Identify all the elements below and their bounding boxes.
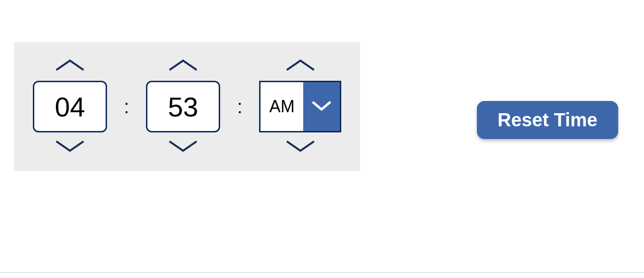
reset-time-button[interactable]: Reset Time [477, 101, 618, 139]
ampm-spinner: AM [259, 56, 341, 157]
hours-increment-button[interactable] [49, 56, 91, 75]
chevron-down-icon [167, 139, 199, 155]
minutes-decrement-button[interactable] [162, 138, 204, 157]
ampm-decrement-button[interactable] [279, 138, 322, 157]
horizontal-divider [0, 272, 644, 273]
chevron-up-icon [54, 58, 86, 74]
ampm-value: AM [261, 82, 303, 131]
chevron-up-icon [167, 58, 199, 74]
ampm-select[interactable]: AM [259, 81, 341, 132]
hours-value: 04 [55, 91, 85, 123]
minutes-increment-button[interactable] [162, 56, 204, 75]
chevron-up-icon [284, 58, 317, 74]
chevron-down-icon [311, 99, 332, 114]
minutes-value: 53 [168, 91, 199, 123]
hours-spinner: 04 [33, 56, 107, 157]
time-separator: : [220, 96, 259, 117]
minutes-spinner: 53 [146, 56, 220, 157]
chevron-down-icon [54, 139, 86, 155]
time-picker: 04 : 53 : [14, 42, 360, 171]
minutes-input[interactable]: 53 [146, 81, 220, 132]
chevron-down-icon [284, 139, 317, 155]
hours-decrement-button[interactable] [49, 138, 91, 157]
time-separator: : [107, 96, 146, 117]
hours-input[interactable]: 04 [33, 81, 107, 132]
ampm-increment-button[interactable] [279, 56, 322, 75]
ampm-dropdown-toggle[interactable] [303, 82, 340, 131]
